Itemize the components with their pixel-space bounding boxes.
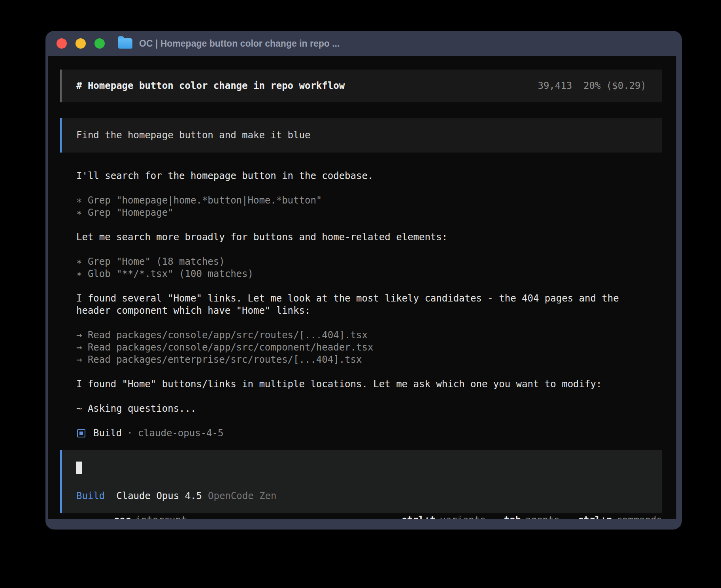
user-message: Find the homepage button and make it blu… [60, 118, 662, 153]
response-line: I found "Home" buttons/links in multiple… [76, 378, 645, 390]
folder-icon [118, 38, 132, 49]
response-line [76, 280, 645, 292]
response-line: → Read packages/console/app/src/routes/[… [76, 329, 645, 341]
shortcut-interrupt: escinterrupt [114, 514, 187, 519]
input-provider-label: OpenCode Zen [208, 490, 276, 502]
response-line [76, 317, 645, 329]
response-line: I found several "Home" links. Let me loo… [76, 292, 645, 317]
response-line: I'll search for the homepage button in t… [76, 170, 645, 182]
response-line: ∗ Grep "Home" (18 matches) [76, 256, 645, 268]
shortcut-key: esc [114, 514, 131, 519]
shortcut-label: agents [525, 514, 560, 519]
response-line: → Read packages/console/app/src/componen… [76, 341, 645, 354]
shortcut-key: tab [504, 514, 521, 519]
prompt-input[interactable]: Build Claude Opus 4.5 OpenCode Zen [60, 450, 662, 513]
titlebar[interactable]: OC | Homepage button color change in rep… [45, 31, 682, 56]
zoom-button[interactable] [94, 38, 105, 49]
shortcut-label: variants [440, 514, 486, 519]
scrollback: # Homepage button color change in repo w… [60, 70, 662, 513]
agent-build-icon [77, 429, 85, 437]
agent-model: claude-opus-4-5 [138, 427, 224, 439]
minimize-button[interactable] [75, 38, 86, 49]
close-button[interactable] [57, 38, 67, 49]
window-title: OC | Homepage button color change in rep… [139, 38, 340, 49]
response-line: ∗ Grep "Homepage" [76, 207, 645, 219]
response-line [76, 182, 645, 194]
session-header: # Homepage button color change in repo w… [60, 70, 662, 102]
agent-status-line: Build · claude-opus-4-5 [60, 427, 662, 439]
agent-separator: · [127, 427, 132, 439]
text-cursor [76, 462, 82, 474]
shortcut-hint: ctrl+tvariants [401, 514, 485, 519]
input-mode-label[interactable]: Build [76, 490, 105, 502]
response-line: ∗ Grep "homepage|home.*button|Home.*butt… [76, 194, 645, 207]
session-title: # Homepage button color change in repo w… [76, 80, 345, 92]
shortcut-hint: tabagents [504, 514, 560, 519]
terminal-content: # Homepage button color change in repo w… [48, 56, 676, 519]
response-line: ~ Asking questions... [76, 403, 645, 415]
input-model-label[interactable]: Claude Opus 4.5 [116, 490, 202, 502]
shortcut-hints: ctrl+tvariants tabagents ctrl+pcommands [401, 514, 662, 519]
input-meta: Build Claude Opus 4.5 OpenCode Zen [76, 490, 646, 502]
token-usage-stats: 39,413 20% ($0.29) [538, 80, 646, 92]
shortcut-key: ctrl+p [578, 514, 612, 519]
shortcut-label: commands [616, 514, 662, 519]
window-controls [57, 38, 105, 49]
response-line [76, 390, 645, 403]
response-line [76, 243, 645, 256]
response-line [76, 219, 645, 231]
response-line: ∗ Glob "**/*.tsx" (100 matches) [76, 268, 645, 280]
shortcut-key: ctrl+t [401, 514, 436, 519]
agent-name: Build [93, 427, 122, 439]
status-bar: escinterrupt ctrl+tvariants tabagents ct… [51, 513, 662, 519]
response-line: Let me search more broadly for buttons a… [76, 231, 645, 243]
response-line [76, 366, 645, 378]
terminal-window: OC | Homepage button color change in rep… [45, 31, 682, 530]
assistant-response: I'll search for the homepage button in t… [60, 170, 645, 415]
response-line: → Read packages/enterprise/src/routes/[.… [76, 354, 645, 366]
shortcut-label: interrupt [135, 514, 187, 519]
shortcut-hint: ctrl+pcommands [578, 514, 662, 519]
